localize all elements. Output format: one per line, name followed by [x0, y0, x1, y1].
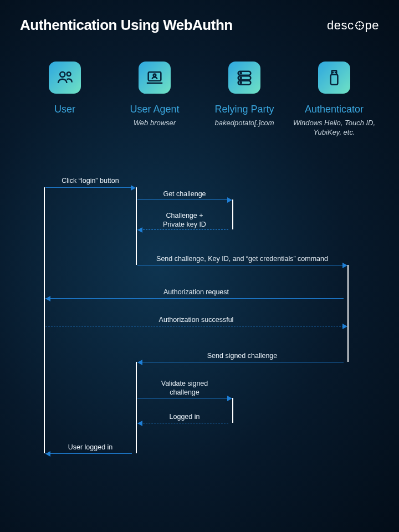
lifeline — [136, 362, 137, 453]
participant-label: User Agent — [130, 104, 179, 115]
brand-logo: desc pe — [327, 18, 379, 33]
brand-pre: desc — [327, 18, 354, 33]
brand-post: pe — [365, 18, 379, 33]
participant-sublabel: Windows Hello, Touch ID, YubiKey, etc. — [293, 119, 376, 137]
brand-scope-icon — [355, 21, 365, 30]
svg-rect-17 — [331, 74, 338, 84]
participant-sublabel: bakedpotato[.]com — [215, 119, 274, 128]
participants-row: User User Agent Web browser Relyi — [0, 39, 399, 137]
svg-point-15 — [240, 82, 241, 83]
message-label: User logged in — [47, 443, 134, 452]
laptop-icon — [139, 62, 171, 94]
message-arrow — [45, 187, 132, 188]
message-arrow — [137, 398, 228, 398]
lifeline — [232, 200, 233, 229]
lifeline — [232, 398, 233, 423]
message-label: Send signed challenge — [139, 352, 345, 361]
message-arrow — [45, 298, 344, 299]
participant-authenticator: Authenticator Windows Hello, Touch ID, Y… — [289, 62, 379, 137]
users-icon — [49, 62, 81, 94]
usb-icon — [318, 62, 350, 94]
message-label: Challenge + Private key ID — [139, 212, 230, 229]
message-arrow — [137, 265, 344, 265]
message-arrow — [137, 362, 344, 362]
participant-relying-party: Relying Party bakedpotato[.]com — [200, 62, 289, 137]
lifeline — [347, 265, 349, 362]
message-label: Authorization request — [47, 288, 345, 297]
message-label: Validate signed challenge — [139, 380, 230, 397]
participant-user: User — [20, 62, 110, 137]
participant-label: Relying Party — [214, 104, 274, 115]
page-title: Authentication Using WebAuthn — [20, 17, 233, 34]
message-label: Send challenge, Key ID, and “get credent… — [139, 255, 345, 264]
message-arrow — [137, 200, 228, 200]
lifeline — [44, 187, 45, 453]
message-arrow — [45, 453, 132, 454]
message-label: Authorization successful — [47, 316, 345, 325]
svg-point-6 — [60, 72, 65, 77]
participant-label: User — [54, 104, 75, 115]
message-arrow — [45, 326, 344, 326]
message-label: Logged in — [139, 413, 230, 422]
svg-point-14 — [240, 78, 241, 79]
message-arrow — [137, 423, 228, 423]
lifeline — [136, 187, 137, 265]
svg-point-5 — [359, 24, 360, 26]
server-icon — [228, 62, 260, 94]
message-label: Click “login” button — [47, 177, 134, 186]
participant-label: Authenticator — [305, 104, 364, 115]
message-label: Get challenge — [139, 190, 230, 199]
svg-point-13 — [240, 73, 241, 74]
arrow-head-icon — [131, 185, 136, 191]
message-arrow — [137, 229, 228, 230]
participant-user-agent: User Agent Web browser — [110, 62, 200, 137]
sequence-diagram: Click “login” buttonGet challengeChallen… — [0, 172, 399, 515]
svg-point-7 — [67, 72, 71, 76]
participant-sublabel: Web browser — [134, 119, 176, 128]
header: Authentication Using WebAuthn desc pe — [0, 0, 399, 39]
svg-point-9 — [154, 74, 156, 76]
